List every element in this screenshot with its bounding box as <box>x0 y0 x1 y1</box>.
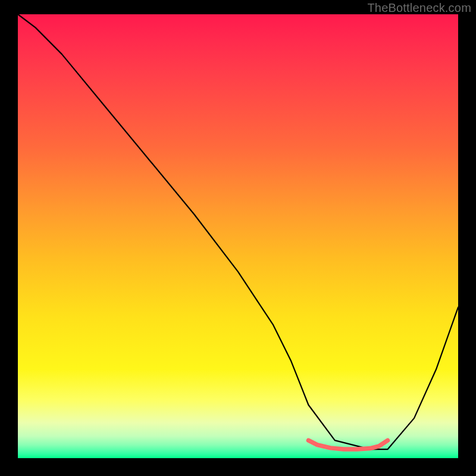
plot-area <box>18 14 458 458</box>
bottleneck-curve-path <box>18 14 458 449</box>
chart-frame: TheBottleneck.com <box>0 0 476 476</box>
optimal-range-marker-path <box>308 440 387 449</box>
curve-layer <box>18 14 458 458</box>
watermark-text: TheBottleneck.com <box>367 1 471 15</box>
